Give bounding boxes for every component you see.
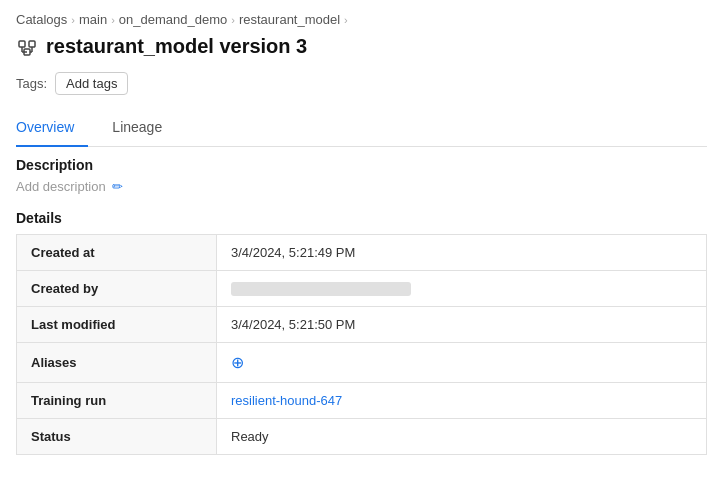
table-row: Status Ready bbox=[17, 419, 707, 455]
details-section: Details Created at 3/4/2024, 5:21:49 PM … bbox=[16, 210, 707, 455]
details-table: Created at 3/4/2024, 5:21:49 PM Created … bbox=[16, 234, 707, 455]
tabs-bar: Overview Lineage bbox=[16, 111, 707, 147]
aliases-icon: ⊕ bbox=[231, 354, 244, 371]
details-value-aliases: ⊕ bbox=[217, 343, 707, 383]
breadcrumb-catalogs[interactable]: Catalogs bbox=[16, 12, 67, 27]
tags-label: Tags: bbox=[16, 76, 47, 91]
pencil-icon[interactable]: ✏ bbox=[112, 179, 123, 194]
svg-rect-1 bbox=[29, 41, 35, 47]
breadcrumb-main[interactable]: main bbox=[79, 12, 107, 27]
table-row: Created by bbox=[17, 271, 707, 307]
details-value-created-by bbox=[217, 271, 707, 307]
table-row: Training run resilient-hound-647 bbox=[17, 383, 707, 419]
breadcrumb-sep-1: › bbox=[71, 14, 75, 26]
details-key-status: Status bbox=[17, 419, 217, 455]
breadcrumb-restaurant-model[interactable]: restaurant_model bbox=[239, 12, 340, 27]
details-value-created-at: 3/4/2024, 5:21:49 PM bbox=[217, 235, 707, 271]
add-tags-button[interactable]: Add tags bbox=[55, 72, 128, 95]
tab-lineage[interactable]: Lineage bbox=[112, 111, 176, 147]
breadcrumb-sep-2: › bbox=[111, 14, 115, 26]
details-key-training-run: Training run bbox=[17, 383, 217, 419]
svg-rect-0 bbox=[19, 41, 25, 47]
table-row: Aliases ⊕ bbox=[17, 343, 707, 383]
breadcrumb-sep-3: › bbox=[231, 14, 235, 26]
details-value-training-run: resilient-hound-647 bbox=[217, 383, 707, 419]
page-container: Catalogs › main › on_demand_demo › resta… bbox=[0, 0, 723, 501]
details-key-created-by: Created by bbox=[17, 271, 217, 307]
page-title-row: restaurant_model version 3 bbox=[16, 35, 707, 58]
details-key-last-modified: Last modified bbox=[17, 307, 217, 343]
table-row: Last modified 3/4/2024, 5:21:50 PM bbox=[17, 307, 707, 343]
model-icon bbox=[16, 36, 38, 58]
details-value-status: Ready bbox=[217, 419, 707, 455]
table-row: Created at 3/4/2024, 5:21:49 PM bbox=[17, 235, 707, 271]
breadcrumb-on-demand-demo[interactable]: on_demand_demo bbox=[119, 12, 227, 27]
details-title: Details bbox=[16, 210, 707, 226]
breadcrumb: Catalogs › main › on_demand_demo › resta… bbox=[16, 12, 707, 27]
add-description-row: Add description ✏ bbox=[16, 179, 707, 194]
description-section: Description Add description ✏ bbox=[16, 157, 707, 194]
breadcrumb-sep-4: › bbox=[344, 14, 348, 26]
page-title: restaurant_model version 3 bbox=[46, 35, 307, 58]
training-run-link[interactable]: resilient-hound-647 bbox=[231, 393, 342, 408]
blurred-user-bar bbox=[231, 282, 411, 296]
details-key-aliases: Aliases bbox=[17, 343, 217, 383]
details-value-last-modified: 3/4/2024, 5:21:50 PM bbox=[217, 307, 707, 343]
details-key-created-at: Created at bbox=[17, 235, 217, 271]
tab-overview[interactable]: Overview bbox=[16, 111, 88, 147]
tags-row: Tags: Add tags bbox=[16, 72, 707, 95]
description-title: Description bbox=[16, 157, 707, 173]
add-description-text: Add description bbox=[16, 179, 106, 194]
